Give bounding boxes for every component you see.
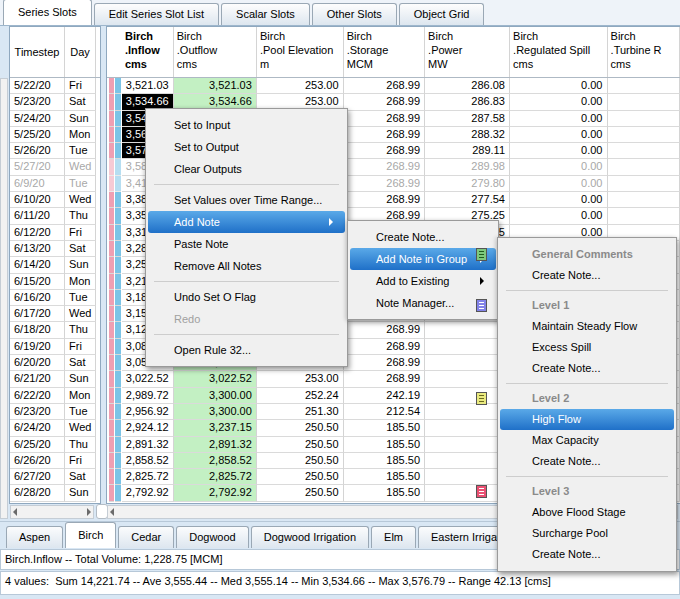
timestep-cell[interactable]: 5/27/20 <box>10 159 65 175</box>
storage-cell[interactable]: 268.99 <box>344 371 425 387</box>
pool-cell[interactable]: 251.30 <box>257 404 344 420</box>
storage-cell[interactable]: 268.99 <box>344 94 425 110</box>
day-cell[interactable]: Wed <box>65 192 96 208</box>
tab-other-slots[interactable]: Other Slots <box>312 3 397 25</box>
timestep-cell[interactable]: 6/24/20 <box>10 420 65 436</box>
timestep-cell[interactable]: 5/25/20 <box>10 127 65 143</box>
spill-cell[interactable]: 0.00 <box>510 127 608 143</box>
scroll-right-icon[interactable] <box>87 508 91 516</box>
storage-cell[interactable]: 185.50 <box>344 437 425 453</box>
menu-item-high-flow[interactable]: High Flow <box>500 409 674 430</box>
column-header-storage[interactable]: Birch .Storage MCM <box>344 27 425 77</box>
menu-item-paste-note[interactable]: Paste Note <box>148 233 345 255</box>
menu-item-maintain-steady-flow[interactable]: Maintain Steady Flow <box>500 316 674 337</box>
day-cell[interactable]: Wed <box>65 159 96 175</box>
tab-object-grid[interactable]: Object Grid <box>399 3 485 25</box>
pool-cell[interactable]: 252.24 <box>257 388 344 404</box>
timestep-cell[interactable]: 6/10/20 <box>10 192 65 208</box>
storage-cell[interactable]: 268.99 <box>344 339 425 355</box>
timestep-cell[interactable]: 6/27/20 <box>10 469 65 485</box>
day-cell[interactable]: Tue <box>65 143 96 159</box>
storage-cell[interactable]: 268.99 <box>344 111 425 127</box>
menu-item-add-to-existing[interactable]: Add to Existing <box>350 270 496 292</box>
day-cell[interactable]: Fri <box>65 78 96 94</box>
turbine-cell[interactable] <box>608 127 680 143</box>
spill-cell[interactable]: 0.00 <box>510 159 608 175</box>
timestep-cell[interactable]: 6/28/20 <box>10 485 65 501</box>
column-header-outflow[interactable]: Birch .Outflow cms <box>174 27 257 77</box>
power-cell[interactable]: 288.32 <box>425 127 510 143</box>
inflow-cell[interactable]: 3,022.52 <box>122 371 174 387</box>
storage-cell[interactable]: 268.99 <box>344 159 425 175</box>
column-header-inflow[interactable]: Birch .Inflow cms <box>122 27 174 77</box>
day-cell[interactable]: Fri <box>65 339 96 355</box>
tab-series-slots[interactable]: Series Slots <box>3 0 92 25</box>
timestep-cell[interactable]: 6/22/20 <box>10 388 65 404</box>
menu-item-add-note[interactable]: Add Note <box>148 211 345 233</box>
outflow-cell[interactable]: 3,237.15 <box>174 420 257 436</box>
inflow-cell[interactable]: 2,858.52 <box>122 453 174 469</box>
spill-cell[interactable]: 0.00 <box>510 176 608 192</box>
timestep-cell[interactable]: 6/14/20 <box>10 257 65 273</box>
power-cell[interactable]: 286.83 <box>425 94 510 110</box>
turbine-cell[interactable] <box>608 208 680 224</box>
object-tab-dogwood-irrigation[interactable]: Dogwood Irrigation <box>251 526 369 548</box>
menu-item-note-manager-[interactable]: Note Manager... <box>350 292 496 314</box>
day-cell[interactable]: Fri <box>65 225 96 241</box>
menu-item-surcharge-pool[interactable]: Surcharge Pool <box>500 523 674 544</box>
outflow-cell[interactable]: 2,891.32 <box>174 437 257 453</box>
timestep-column-header[interactable]: Timestep <box>10 27 65 77</box>
day-cell[interactable]: Thu <box>65 322 96 338</box>
inflow-cell[interactable]: 2,825.72 <box>122 469 174 485</box>
turbine-cell[interactable] <box>608 192 680 208</box>
turbine-cell[interactable] <box>608 78 680 94</box>
timestep-cell[interactable]: 6/21/20 <box>10 371 65 387</box>
menu-item-add-note-in-group[interactable]: Add Note in Group <box>350 248 496 270</box>
day-cell[interactable]: Wed <box>65 306 96 322</box>
storage-cell[interactable]: 185.50 <box>344 453 425 469</box>
pool-cell[interactable]: 250.50 <box>257 453 344 469</box>
outflow-cell[interactable]: 3,022.52 <box>174 371 257 387</box>
day-cell[interactable]: Sun <box>65 257 96 273</box>
outflow-cell[interactable]: 3,521.03 <box>174 78 257 94</box>
turbine-cell[interactable] <box>608 159 680 175</box>
spill-cell[interactable]: 0.00 <box>510 192 608 208</box>
day-cell[interactable]: Sat <box>65 355 96 371</box>
menu-item-open-rule-32-[interactable]: Open Rule 32... <box>148 339 345 361</box>
timestep-cell[interactable]: 5/24/20 <box>10 111 65 127</box>
timestep-cell[interactable]: 5/23/20 <box>10 94 65 110</box>
menu-item-redo[interactable]: Redo <box>148 308 345 330</box>
timestep-cell[interactable]: 6/9/20 <box>10 176 65 192</box>
timestep-cell[interactable]: 5/26/20 <box>10 143 65 159</box>
day-cell[interactable]: Mon <box>65 127 96 143</box>
timestep-cell[interactable]: 6/13/20 <box>10 241 65 257</box>
day-cell[interactable]: Sun <box>65 485 96 501</box>
object-tab-elm[interactable]: Elm <box>371 526 416 548</box>
day-cell[interactable]: Mon <box>65 274 96 290</box>
menu-item-undo-set-o-flag[interactable]: Undo Set O Flag <box>148 286 345 308</box>
inflow-cell[interactable]: 2,956.92 <box>122 404 174 420</box>
power-cell[interactable]: 286.08 <box>425 78 510 94</box>
pool-cell[interactable]: 253.00 <box>257 371 344 387</box>
object-tab-dogwood[interactable]: Dogwood <box>176 526 248 548</box>
menu-item-create-note-[interactable]: Create Note... <box>500 358 674 379</box>
timestep-cell[interactable]: 6/15/20 <box>10 274 65 290</box>
timestep-cell[interactable]: 6/25/20 <box>10 437 65 453</box>
column-header-spill[interactable]: Birch .Regulated Spill cms <box>510 27 608 77</box>
timestep-cell[interactable]: 6/17/20 <box>10 306 65 322</box>
vertical-scrollbar[interactable] <box>0 78 8 519</box>
menu-item-create-note-[interactable]: Create Note... <box>350 226 496 248</box>
outflow-cell[interactable]: 2,792.92 <box>174 485 257 501</box>
timestep-cell[interactable]: 6/18/20 <box>10 322 65 338</box>
menu-item-create-note-[interactable]: Create Note... <box>500 544 674 565</box>
day-column-header[interactable]: Day <box>65 27 96 77</box>
turbine-cell[interactable] <box>608 176 680 192</box>
pool-cell[interactable]: 250.50 <box>257 420 344 436</box>
day-cell[interactable]: Thu <box>65 208 96 224</box>
object-tab-cedar[interactable]: Cedar <box>118 526 174 548</box>
storage-cell[interactable]: 242.19 <box>344 388 425 404</box>
day-cell[interactable]: Sat <box>65 94 96 110</box>
day-cell[interactable]: Sun <box>65 111 96 127</box>
power-cell[interactable]: 289.11 <box>425 143 510 159</box>
day-cell[interactable]: Tue <box>65 176 96 192</box>
